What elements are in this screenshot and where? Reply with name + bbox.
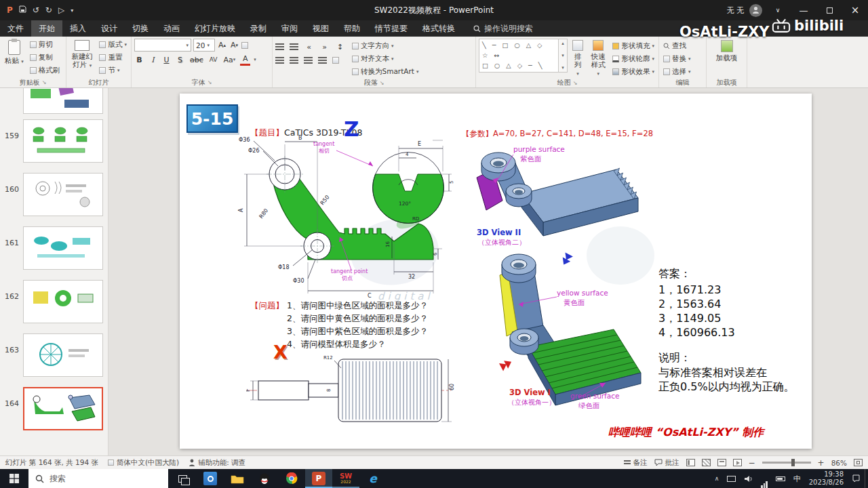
normal-view-button[interactable]	[686, 459, 695, 466]
clipboard-dialog-launcher[interactable]: ↘	[42, 79, 47, 85]
note-title[interactable]: 说明：	[658, 351, 691, 365]
user-name[interactable]: 无 无	[727, 5, 745, 16]
zoom-out-button[interactable]: −	[749, 458, 755, 468]
battery-icon[interactable]	[772, 469, 789, 488]
slide-thumbnail-163[interactable]	[23, 333, 103, 377]
slide-164-canvas[interactable]: digital 5-15 【题目】CaTICs 3D19-TK08 Z 【参数】…	[180, 94, 812, 449]
slide-thumbnail-partial[interactable]	[23, 88, 103, 114]
increase-indent-icon[interactable]: »	[319, 41, 330, 53]
taskbar-file-explorer[interactable]	[224, 469, 251, 488]
font-name-select[interactable]: ▾	[134, 39, 191, 52]
justify-icon[interactable]	[318, 57, 327, 64]
taskbar-solidworks[interactable]: SW 2022	[332, 469, 359, 488]
save-icon[interactable]	[19, 5, 26, 15]
shape-gallery-scroll[interactable]: ▴▾▾	[559, 39, 568, 73]
tab-home[interactable]: 开始	[31, 20, 62, 37]
slide-thumbnail-160[interactable]	[23, 173, 103, 216]
network-icon[interactable]	[757, 469, 772, 488]
accessibility-status[interactable]: 辅助功能: 调查	[189, 458, 245, 468]
editing-canvas[interactable]: digital 5-15 【题目】CaTICs 3D19-TK08 Z 【参数】…	[108, 88, 868, 455]
language-indicator[interactable]: 简体中文(中国大陆)	[108, 458, 179, 468]
volume-icon[interactable]	[740, 469, 757, 488]
line-spacing-icon[interactable]: ↕	[335, 41, 345, 53]
reset-button[interactable]: 重置	[98, 52, 128, 64]
display-icon[interactable]	[723, 469, 740, 488]
tab-view[interactable]: 视图	[305, 20, 336, 37]
note-line-2[interactable]: 正负0.5%以内均视为正确。	[658, 380, 795, 394]
italic-button[interactable]: I	[148, 54, 158, 66]
grow-font-button[interactable]: A▴	[217, 39, 227, 52]
slide-thumbnail-164-selected[interactable]	[23, 387, 103, 430]
font-size-select[interactable]: 20▾	[193, 39, 215, 52]
font-dialog-launcher[interactable]: ↘	[208, 79, 212, 85]
3d-view-1-model[interactable]	[466, 241, 663, 424]
text-direction-button[interactable]: 文字方向▾	[351, 40, 420, 52]
taskbar-edge[interactable]: e	[359, 469, 387, 488]
notes-button[interactable]: 备注	[624, 458, 648, 468]
zoom-in-button[interactable]: +	[818, 458, 825, 468]
tab-format-convert[interactable]: 格式转换	[415, 20, 462, 37]
align-center-icon[interactable]	[290, 57, 298, 64]
x-view-drawing[interactable]: F 60 R12 8	[246, 350, 456, 428]
input-method-indicator[interactable]: 中	[789, 469, 805, 488]
text-shadow-button[interactable]: S	[175, 54, 185, 66]
questions-tag[interactable]: 【问题】	[250, 300, 284, 312]
note-line-1[interactable]: 与标准答案相对误差在	[658, 366, 767, 380]
taskbar-qq[interactable]	[251, 469, 278, 488]
clock[interactable]: 19:38 2023/8/26	[805, 469, 848, 488]
lesson-number-badge[interactable]: 5-15	[186, 104, 238, 133]
paragraph-dialog-launcher[interactable]: ↘	[380, 80, 384, 86]
taskbar-chrome[interactable]	[278, 469, 305, 488]
avatar[interactable]	[749, 4, 762, 17]
slide-counter[interactable]: 幻灯片 第 164 张, 共 194 张	[5, 458, 98, 468]
section-button[interactable]: 节▾	[98, 64, 128, 77]
taskbar-app-tile[interactable]	[197, 469, 224, 488]
zoom-slider[interactable]	[762, 462, 811, 464]
tab-file[interactable]: 文件	[0, 20, 31, 37]
quick-styles-button[interactable]: 快速样式 ▾	[588, 39, 608, 78]
start-slideshow-icon[interactable]: ▷	[58, 5, 64, 15]
font-color-button[interactable]: A	[240, 54, 250, 66]
tab-record[interactable]: 录制	[243, 20, 274, 37]
close-button[interactable]: ×	[845, 0, 865, 20]
character-spacing-button[interactable]: AV	[208, 54, 219, 66]
numbering-icon[interactable]	[290, 43, 298, 50]
paste-button[interactable]: 粘贴 ▾	[3, 39, 26, 66]
tab-design[interactable]: 设计	[94, 20, 125, 37]
new-slide-button[interactable]: 新建幻灯片 ▾	[69, 39, 95, 70]
cut-button[interactable]: 剪切	[28, 39, 62, 51]
drawing-dialog-launcher[interactable]: ↘	[573, 80, 578, 86]
decrease-indent-icon[interactable]: «	[304, 41, 314, 53]
question-3[interactable]: 3、请问图中紫色区域的面积是多少？	[287, 326, 428, 338]
answer-3[interactable]: 3，1149.05	[658, 312, 721, 326]
question-4[interactable]: 4、请问模型体积是多少？	[287, 339, 385, 350]
shape-outline-button[interactable]: 形状轮廓▾	[611, 53, 656, 65]
find-button[interactable]: 查找	[662, 40, 703, 52]
tell-me-search[interactable]: 操作说明搜索	[473, 20, 533, 37]
underline-button[interactable]: U	[161, 54, 172, 66]
layout-button[interactable]: 版式▾	[98, 39, 128, 51]
credit-line[interactable]: 哔哩哔哩 “OsAtLi-ZXY” 制作	[608, 426, 764, 440]
shape-gallery[interactable]: ╲ ─ □ ○ △ ◇ ☆ ↔ □ ○ △ ◇ ─ ╲ ☆ ↔ ○ □ ◇ △ …	[479, 39, 568, 73]
slide-thumbnail-162[interactable]	[23, 280, 103, 323]
slide-thumbnail-161[interactable]	[23, 226, 103, 270]
replace-button[interactable]: 替换▾	[662, 53, 703, 65]
question-1[interactable]: 1、请问图中绿色区域的面积是多少？	[287, 300, 428, 312]
show-desktop-button[interactable]	[865, 469, 868, 488]
arrange-button[interactable]: 排列 ▾	[570, 39, 585, 78]
tab-slideshow[interactable]: 幻灯片放映	[187, 20, 243, 37]
tab-help[interactable]: 帮助	[336, 20, 368, 37]
undo-icon[interactable]: ↺	[33, 5, 39, 15]
question-2[interactable]: 2、请问图中黄色区域的面积是多少？	[287, 313, 428, 325]
select-button[interactable]: 选择▾	[662, 66, 703, 78]
slide-thumbnail-159[interactable]	[23, 119, 103, 163]
align-text-button[interactable]: 对齐文本▾	[351, 53, 420, 65]
shape-fill-button[interactable]: 形状填充▾	[611, 40, 656, 52]
format-painter-button[interactable]: 格式刷	[28, 64, 62, 77]
answer-1[interactable]: 1，1671.23	[658, 283, 721, 298]
answers-title[interactable]: 答案：	[658, 267, 691, 281]
comments-button[interactable]: 批注	[654, 458, 679, 468]
fit-to-window-button[interactable]	[854, 459, 863, 466]
clear-formatting-icon[interactable]	[241, 42, 248, 49]
customize-quick-access-icon[interactable]: ▾	[71, 7, 73, 14]
